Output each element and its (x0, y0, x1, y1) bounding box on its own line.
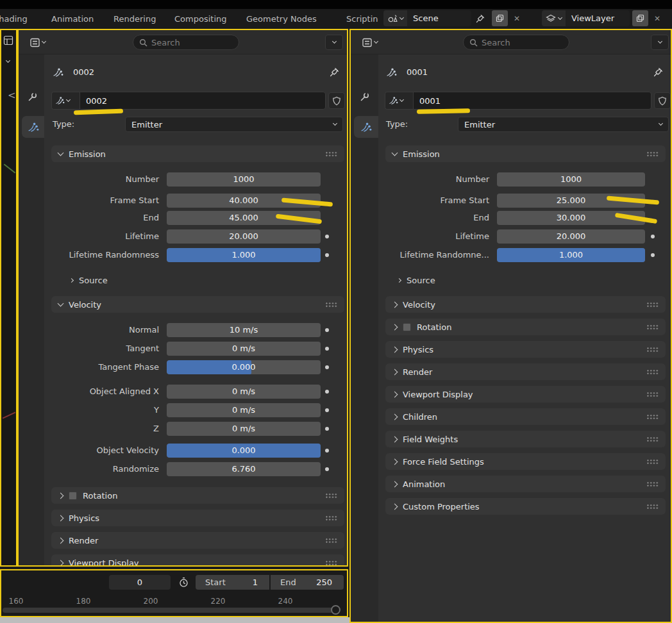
scene-name-field[interactable]: Scene (407, 10, 471, 26)
panel-grip-icon[interactable] (325, 515, 337, 521)
number-field[interactable]: 1000 (497, 172, 645, 187)
panel-grip-icon[interactable] (646, 369, 659, 375)
panel-grip-icon[interactable] (646, 324, 659, 330)
panel-grip-icon[interactable] (325, 151, 337, 157)
current-frame-field[interactable]: 0 (109, 575, 171, 590)
section-header-rotation[interactable]: Rotation (51, 487, 344, 504)
search-input[interactable] (482, 38, 553, 47)
view-layer-browse-button[interactable] (542, 10, 566, 26)
tangent-field[interactable]: 0 m/s (167, 342, 321, 356)
animate-dot[interactable] (325, 467, 329, 471)
type-dropdown[interactable]: Emitter (125, 117, 343, 132)
object-aligned-x-field[interactable]: 0 m/s (167, 385, 321, 399)
section-header-render[interactable]: Render (385, 363, 666, 380)
section-header-velocity[interactable]: Velocity (385, 296, 666, 313)
browse-id-button[interactable] (385, 92, 413, 110)
region-expand-arrow[interactable]: < (8, 90, 16, 101)
particle-name-input[interactable] (413, 92, 651, 110)
animate-dot[interactable] (325, 347, 329, 351)
particles-tab[interactable] (354, 116, 378, 138)
pin-icon[interactable] (471, 10, 489, 26)
animate-dot[interactable] (325, 253, 329, 257)
animate-dot[interactable] (325, 408, 329, 412)
view-layer-name-field[interactable]: ViewLayer (566, 10, 630, 26)
object-aligned-y-field[interactable]: 0 m/s (167, 403, 321, 417)
frame-end-field[interactable]: End 250 (271, 575, 344, 590)
filter-dropdown-button[interactable] (325, 35, 343, 50)
normal-field[interactable]: 10 m/s (167, 323, 321, 337)
fake-user-shield-button[interactable] (328, 92, 345, 109)
editor-type-button[interactable] (360, 35, 380, 49)
panel-grip-icon[interactable] (646, 151, 659, 157)
section-header-emission[interactable]: Emission (385, 145, 666, 162)
panel-grip-icon[interactable] (325, 302, 337, 308)
panel-grip-icon[interactable] (646, 347, 659, 353)
animate-dot[interactable] (325, 328, 329, 332)
rotation-checkbox[interactable] (403, 323, 411, 331)
auto-keying-clock-button[interactable] (174, 575, 192, 590)
panel-grip-icon[interactable] (646, 436, 659, 442)
section-header-animation[interactable]: Animation (385, 476, 666, 492)
lifetime-field[interactable]: 20.000 (167, 229, 321, 244)
timeline-scrollbar[interactable] (3, 608, 335, 613)
panel-grip-icon[interactable] (646, 414, 659, 420)
section-header-custom-properties[interactable]: Custom Properties (385, 498, 666, 515)
section-header-viewport-display[interactable]: Viewport Display (385, 386, 666, 403)
panel-grip-icon[interactable] (646, 392, 659, 397)
panel-grip-icon[interactable] (325, 538, 337, 544)
tangent-phase-slider[interactable]: 0.000 (167, 360, 321, 374)
section-header-velocity[interactable]: Velocity (51, 296, 344, 313)
section-header-rotation[interactable]: Rotation (385, 319, 666, 335)
rotation-checkbox[interactable] (69, 492, 77, 500)
particle-name-input[interactable] (80, 92, 326, 110)
workspace-tab-rendering[interactable]: Rendering (113, 14, 156, 24)
remove-view-layer-button[interactable]: ✕ (650, 10, 664, 26)
frame-start-field[interactable]: Start 1 (196, 575, 269, 590)
panel-grip-icon[interactable] (325, 560, 337, 566)
section-header-physics[interactable]: Physics (51, 510, 344, 526)
animate-dot[interactable] (651, 253, 655, 257)
animate-dot[interactable] (325, 235, 329, 238)
scene-browse-button[interactable] (383, 10, 407, 26)
panel-grip-icon[interactable] (646, 481, 659, 487)
type-dropdown[interactable]: Emitter (458, 117, 669, 132)
section-header-render[interactable]: Render (51, 532, 344, 549)
search-box[interactable] (463, 35, 569, 50)
unlink-scene-button[interactable]: ✕ (510, 10, 524, 26)
new-scene-button[interactable] (492, 10, 508, 26)
search-input[interactable] (151, 38, 223, 47)
animate-dot[interactable] (325, 365, 329, 369)
section-header-emission[interactable]: Emission (51, 145, 344, 162)
panel-grip-icon[interactable] (646, 302, 659, 308)
section-header-viewport-display[interactable]: Viewport Display (51, 554, 344, 567)
timeline-ruler[interactable]: 160 180 200 220 240 (1, 595, 347, 608)
panel-grip-icon[interactable] (646, 504, 659, 510)
lifetime-randomness-slider[interactable]: 1.000 (497, 248, 645, 262)
tool-tab[interactable] (23, 88, 41, 106)
section-header-children[interactable]: Children (385, 408, 666, 425)
search-box[interactable] (133, 35, 239, 50)
tool-tab[interactable] (355, 88, 373, 106)
number-field[interactable]: 1000 (167, 172, 321, 187)
animate-dot[interactable] (325, 449, 329, 453)
viewport-editor-icon[interactable] (3, 35, 13, 46)
subpanel-source[interactable]: Source (398, 273, 435, 287)
panel-grip-icon[interactable] (646, 459, 659, 465)
chevron-down-icon[interactable] (6, 58, 10, 63)
browse-id-button[interactable] (51, 92, 80, 110)
subpanel-source[interactable]: Source (70, 273, 108, 287)
animate-dot[interactable] (651, 235, 655, 238)
pin-button[interactable] (653, 67, 663, 77)
editor-type-button[interactable] (28, 35, 48, 49)
workspace-tab-animation[interactable]: Animation (51, 14, 94, 24)
workspace-tab-shading[interactable]: Shading (0, 14, 28, 24)
workspace-tab-geometry-nodes[interactable]: Geometry Nodes (246, 14, 317, 24)
randomize-field[interactable]: 6.760 (167, 462, 321, 476)
lifetime-field[interactable]: 20.000 (497, 229, 645, 244)
new-view-layer-button[interactable] (632, 10, 648, 26)
particles-tab[interactable] (22, 116, 44, 138)
fake-user-shield-button[interactable] (654, 92, 671, 109)
section-header-field-weights[interactable]: Field Weights (385, 431, 666, 447)
workspace-tab-scripting[interactable]: Scripting (346, 14, 378, 24)
pin-button[interactable] (330, 67, 339, 77)
